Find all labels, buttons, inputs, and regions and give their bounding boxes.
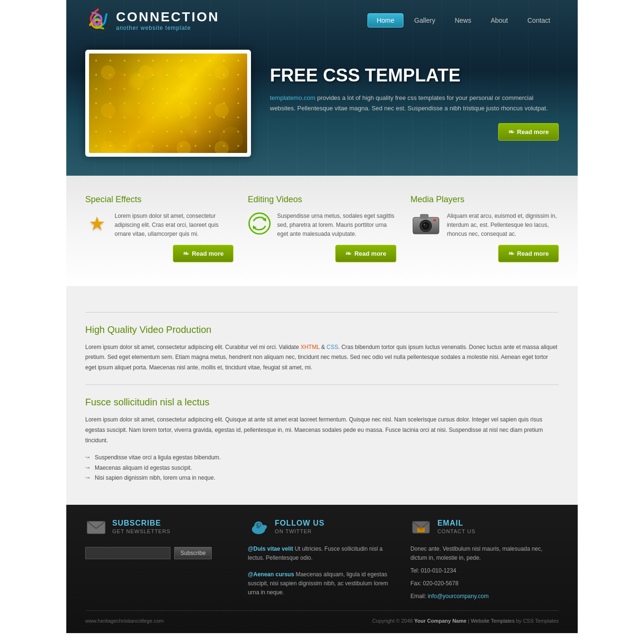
svg-marker-7 (219, 91, 233, 108)
bullet-item-1: Suspendisse vitae orci a ligula egestas … (85, 453, 559, 463)
star-icon: ★ (89, 213, 106, 234)
feature-col-2: Editing Videos Suspendisse urna metus, s… (248, 195, 396, 262)
subscribe-row: Subscribe (85, 547, 233, 559)
email-body: Donec ante. Vestibulum nisl mauris, male… (411, 545, 559, 563)
hero-read-more-btn[interactable]: ❧ Read more (498, 123, 559, 141)
logo-area: CONNECTION another website template (85, 7, 219, 33)
tweet1-user[interactable]: @Duis vitae velit (248, 546, 293, 552)
btn-icon-4: ❧ (508, 249, 514, 258)
hero-link[interactable]: templatemo.com (270, 94, 315, 101)
hero-content: FREE CSS TEMPLATE templatemo.com provide… (270, 66, 559, 141)
footer-email-col: EMAIL CONTACT US Donec ante. Vestibulum … (411, 519, 559, 601)
subscribe-button[interactable]: Subscribe (174, 547, 212, 559)
hero-body: templatemo.com provides a lot of high qu… (270, 93, 559, 114)
svg-rect-15 (420, 214, 429, 219)
logo-text: CONNECTION another website template (116, 9, 219, 31)
footer-subscribe-col: SUBSCRIBE GET NEWSLETTERS Subscribe (85, 519, 233, 601)
svg-marker-5 (120, 101, 134, 118)
email-title: EMAIL (438, 519, 476, 528)
features-grid: Special Effects ★ Lorem ipsum dolor sit … (85, 195, 559, 262)
feature1-read-more-btn[interactable]: ❧ Read more (173, 245, 233, 262)
nav-home[interactable]: Home (367, 13, 403, 27)
svg-point-27 (259, 524, 260, 525)
feature2-read-more-btn[interactable]: ❧ Read more (335, 245, 396, 262)
company-name: Your Company Name (414, 618, 466, 624)
twitter-bird-icon (249, 519, 268, 536)
btn-icon: ❧ (508, 127, 514, 136)
footer-follow-col: FOLLOW US ON TWITTER @Duis vitae velit U… (248, 519, 396, 601)
email-title-wrap: EMAIL CONTACT US (438, 519, 476, 536)
feature3-body: Aliquam erat arcu, euismod et, dignissim… (411, 212, 559, 239)
content2-title: Fusce sollicitudin nisl a lectus (85, 397, 559, 408)
bullet-item-3: Nisi sapien dignissim nibh, lorem urna i… (85, 473, 559, 483)
footer-email-header: EMAIL CONTACT US (411, 519, 559, 536)
twitter-icon-wrap (248, 519, 269, 536)
tweet2: @Aenean cursus Maecenas aliquam, ligula … (248, 570, 396, 598)
star-icon-wrap: ★ (85, 212, 109, 235)
envelope-icon (87, 521, 106, 534)
divider-1 (85, 312, 559, 313)
arrows-icon (248, 212, 271, 235)
tweet2-user[interactable]: @Aenean cursus (248, 571, 294, 578)
header: CONNECTION another website template Home… (66, 0, 578, 176)
content1-link2[interactable]: CSS (327, 344, 339, 350)
feature-col-3: Media Players (411, 195, 559, 262)
content1-title: High Quality Video Production (85, 324, 559, 335)
bullet-item-2: Maecenas aliquam id egestas suscipit. (85, 463, 559, 474)
nav-about[interactable]: About (482, 14, 517, 27)
logo-icon (85, 7, 111, 33)
content2-body: Lorem ipsum dolor sit amet, consectetur … (85, 415, 559, 446)
follow-title-wrap: FOLLOW US ON TWITTER (275, 519, 324, 536)
feature2-body: Suspendisse urna metus, sodales eget sag… (248, 212, 396, 239)
logo-title: CONNECTION (116, 9, 219, 25)
nav-contact[interactable]: Contact (519, 14, 559, 27)
btn-icon-2: ❧ (183, 249, 189, 258)
footer-site-url: www.heritagechristiancollege.com (85, 618, 164, 624)
svg-marker-6 (162, 106, 177, 123)
feature3-title: Media Players (411, 195, 559, 205)
content-section: High Quality Video Production Lorem ipsu… (66, 286, 578, 505)
feature1-text: Lorem ipsum dolor sit amet, consectetur … (115, 212, 233, 239)
feature3-footer: ❧ Read more (411, 239, 559, 245)
hero-overlay-svg (89, 54, 247, 153)
subscribe-input[interactable] (85, 547, 170, 559)
content1-body: Lorem ipsum dolor sit amet, consectetur … (85, 342, 559, 373)
email-address[interactable]: info@yourcompany.com (428, 593, 489, 599)
feature1-title: Special Effects (85, 195, 233, 205)
nav-gallery[interactable]: Gallery (406, 14, 444, 27)
svg-point-9 (186, 122, 200, 136)
email-contact: Email: info@yourcompany.com (411, 592, 559, 601)
nav-news[interactable]: News (446, 14, 480, 27)
envelope-icon-wrap (85, 519, 107, 536)
arrows-icon-wrap (248, 212, 271, 235)
svg-marker-2 (152, 63, 164, 78)
footer-website-templates-link[interactable]: Website Templates (471, 618, 515, 624)
bullet-list: Suspendisse vitae orci a ligula egestas … (85, 453, 559, 483)
feature2-footer: ❧ Read more (248, 239, 396, 245)
camera-icon-wrap (411, 212, 441, 235)
footer-follow-header: FOLLOW US ON TWITTER (248, 519, 396, 536)
mail-icon-wrap (411, 519, 432, 536)
btn-icon-3: ❧ (345, 249, 351, 258)
hero-section: FREE CSS TEMPLATE templatemo.com provide… (66, 40, 578, 176)
feature2-text: Suspendisse urna metus, sodales eget sag… (277, 212, 396, 239)
feature3-read-more-btn[interactable]: ❧ Read more (498, 245, 559, 262)
subscribe-title-wrap: SUBSCRIBE GET NEWSLETTERS (112, 519, 170, 536)
follow-title: FOLLOW US (275, 519, 324, 528)
content1-link1[interactable]: XHTML (301, 344, 320, 350)
features-section: Special Effects ★ Lorem ipsum dolor sit … (66, 176, 578, 286)
follow-subtitle: ON TWITTER (275, 528, 324, 536)
subscribe-subtitle: GET NEWSLETTERS (112, 528, 170, 536)
feature3-text: Aliquam erat arcu, euismod et, dignissim… (447, 212, 559, 239)
divider-2 (85, 385, 559, 385)
footer: SUBSCRIBE GET NEWSLETTERS Subscribe (66, 505, 578, 634)
svg-rect-20 (433, 219, 436, 221)
email-tel: Tel: 010-010-1234 (411, 566, 559, 575)
feature-col-1: Special Effects ★ Lorem ipsum dolor sit … (85, 195, 233, 262)
feature1-footer: ❧ Read more (85, 239, 233, 245)
footer-subscribe-header: SUBSCRIBE GET NEWSLETTERS (85, 519, 233, 536)
camera-icon (411, 212, 441, 235)
svg-marker-1 (129, 72, 143, 89)
hero-image (89, 54, 247, 153)
mail-icon (411, 519, 430, 536)
